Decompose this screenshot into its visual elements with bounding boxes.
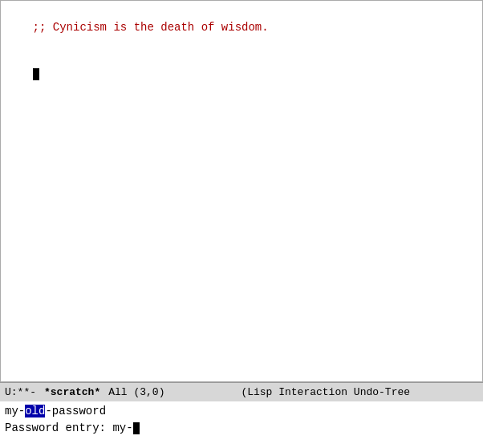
minibuffer-area[interactable]: my-old-password Password entry: my-: [0, 401, 483, 448]
minibuffer-line1: my-old-password: [5, 403, 478, 420]
modeline-buffername: *scratch*: [44, 386, 100, 398]
minibuffer-highlight: old: [25, 405, 45, 417]
minibuffer-prompt: Password entry: my-: [5, 420, 133, 437]
minibuffer-before-highlight: my-: [5, 405, 25, 417]
editor-content: ;; Cynicism is the death of wisdom.: [6, 4, 477, 99]
minibuffer-cursor: [133, 422, 140, 434]
comment-line: ;; Cynicism is the death of wisdom.: [33, 21, 269, 34]
editor-area[interactable]: ;; Cynicism is the death of wisdom.: [0, 0, 483, 382]
modeline: U:**- *scratch* All (3,0) (Lisp Interact…: [0, 382, 483, 401]
modeline-mode: (Lisp Interaction Undo-Tree: [172, 386, 478, 398]
text-cursor: [33, 68, 39, 80]
minibuffer-after-highlight: -password: [45, 405, 106, 417]
modeline-status: U:**-: [5, 386, 36, 398]
minibuffer-line2: Password entry: my-: [5, 420, 478, 437]
modeline-position: All (3,0): [108, 386, 164, 398]
